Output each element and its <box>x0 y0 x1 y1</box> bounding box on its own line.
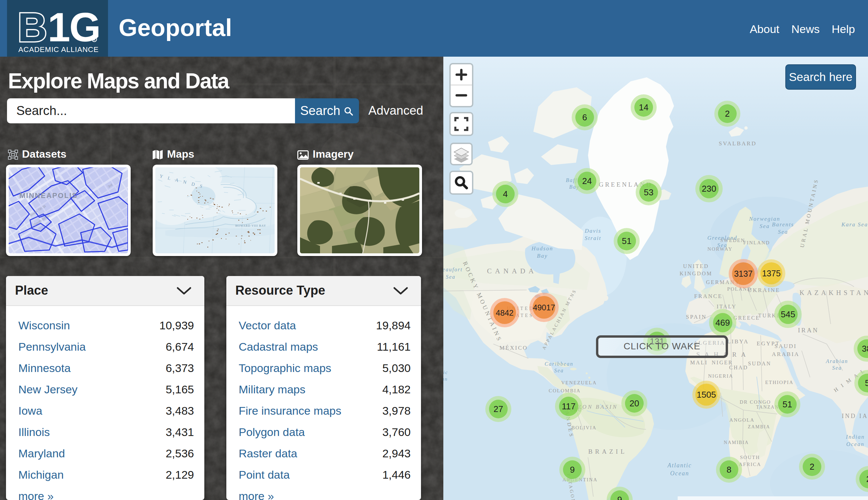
svg-text:5: 5 <box>865 378 868 388</box>
svg-text:MALI: MALI <box>690 360 708 365</box>
svg-text:ETHIOPIA: ETHIOPIA <box>765 380 793 385</box>
svg-text:AFRICA: AFRICA <box>739 462 761 467</box>
svg-text:Sea: Sea <box>760 223 770 229</box>
svg-text:Caribbean: Caribbean <box>545 361 573 367</box>
svg-text:SOUTH: SOUTH <box>740 455 760 460</box>
svg-text:LIBYA: LIBYA <box>727 338 749 345</box>
svg-text:6: 6 <box>582 112 587 122</box>
svg-text:Beaufort: Beaufort <box>443 267 462 273</box>
svg-text:BRAZIL: BRAZIL <box>588 448 627 455</box>
svg-text:Norwegian: Norwegian <box>749 216 780 222</box>
svg-text:3137: 3137 <box>734 269 753 279</box>
svg-text:Kara Sea: Kara Sea <box>841 221 868 228</box>
svg-text:Sea: Sea <box>446 274 455 280</box>
svg-text:HOWARD VIII BAY: HOWARD VIII BAY <box>235 224 266 227</box>
svg-text:ARABIA: ARABIA <box>772 351 799 357</box>
svg-text:4: 4 <box>503 189 508 199</box>
svg-text:9: 9 <box>570 465 575 475</box>
svg-text:545: 545 <box>781 309 795 319</box>
svg-text:Bay: Bay <box>537 253 548 259</box>
svg-text:51: 51 <box>783 399 792 409</box>
svg-text:2: 2 <box>725 109 730 119</box>
svg-text:Greenland: Greenland <box>707 235 737 241</box>
svg-text:20: 20 <box>630 398 639 408</box>
svg-text:4842: 4842 <box>496 308 513 317</box>
svg-text:2: 2 <box>866 474 868 484</box>
svg-text:B: B <box>18 5 47 50</box>
svg-text:38: 38 <box>862 344 868 354</box>
svg-text:ZAMBIA: ZAMBIA <box>748 424 770 429</box>
svg-text:230: 230 <box>702 184 716 194</box>
svg-text:Davis: Davis <box>584 228 601 234</box>
svg-text:COLOMBIA: COLOMBIA <box>549 388 581 393</box>
svg-text:Ocean: Ocean <box>846 441 864 447</box>
svg-text:Sea: Sea <box>778 229 788 235</box>
svg-text:an: an <box>443 376 448 382</box>
svg-text:KAZAKHSTAN: KAZAKHSTAN <box>799 289 868 296</box>
svg-text:ITALY: ITALY <box>717 304 736 309</box>
svg-text:9: 9 <box>617 495 622 500</box>
svg-text:KINGDOM: KINGDOM <box>679 271 712 276</box>
svg-text:Sea: Sea <box>554 368 564 373</box>
svg-text:Ocean: Ocean <box>670 470 689 477</box>
svg-text:27: 27 <box>494 404 503 414</box>
svg-text:Sea: Sea <box>832 365 842 371</box>
svg-text:CANADA: CANADA <box>487 267 537 275</box>
svg-text:51: 51 <box>622 236 632 246</box>
svg-text:CHAD: CHAD <box>729 365 748 370</box>
svg-text:R: R <box>93 38 95 42</box>
svg-text:8: 8 <box>727 465 731 475</box>
svg-text:DR CONGO: DR CONGO <box>740 399 771 405</box>
svg-text:1G: 1G <box>48 5 100 50</box>
svg-text:GREECE: GREECE <box>733 315 760 321</box>
svg-text:Atlantic: Atlantic <box>667 462 692 469</box>
svg-text:Sea: Sea <box>717 242 728 248</box>
svg-text:BOLIVIA: BOLIVIA <box>571 425 597 430</box>
svg-text:49017: 49017 <box>533 303 555 312</box>
svg-text:MÉXICO: MÉXICO <box>499 345 528 351</box>
svg-text:Arabian: Arabian <box>826 358 848 364</box>
svg-text:53: 53 <box>644 188 654 197</box>
svg-text:1375: 1375 <box>762 269 781 278</box>
svg-text:117: 117 <box>562 401 575 411</box>
svg-text:NIGERIA: NIGERIA <box>708 373 733 379</box>
svg-text:Barents: Barents <box>772 221 794 228</box>
svg-text:NAMIBIA: NAMIBIA <box>724 440 749 445</box>
svg-text:469: 469 <box>715 318 730 328</box>
svg-text:FINLAND: FINLAND <box>743 240 770 245</box>
svg-text:SAUDI: SAUDI <box>775 343 797 349</box>
svg-text:SUDAN: SUDAN <box>748 361 771 366</box>
svg-text:UKRAINE: UKRAINE <box>748 287 780 293</box>
svg-text:14: 14 <box>639 102 649 112</box>
svg-text:Indian: Indian <box>846 434 865 440</box>
svg-text:IND IA: IND IA <box>842 413 868 419</box>
svg-text:fic: fic <box>443 370 448 375</box>
svg-text:MINNEAPOLIS: MINNEAPOLIS <box>19 191 78 200</box>
svg-text:24: 24 <box>582 176 592 186</box>
svg-text:FRANCE: FRANCE <box>694 293 722 299</box>
svg-text:IRAN: IRAN <box>798 327 819 334</box>
svg-text:2: 2 <box>810 462 814 471</box>
svg-text:SPAIN: SPAIN <box>686 314 707 320</box>
svg-text:1505: 1505 <box>697 390 716 400</box>
svg-text:ACADEMIC ALLIANCE: ACADEMIC ALLIANCE <box>18 45 99 54</box>
svg-text:UNITED: UNITED <box>683 263 709 269</box>
svg-text:Hudson: Hudson <box>531 245 553 252</box>
svg-text:VENEZUELA: VENEZUELA <box>561 380 597 385</box>
svg-text:ANGOLA: ANGOLA <box>729 417 754 423</box>
svg-text:SVALBARD: SVALBARD <box>719 140 756 147</box>
svg-text:Strait: Strait <box>585 235 601 241</box>
